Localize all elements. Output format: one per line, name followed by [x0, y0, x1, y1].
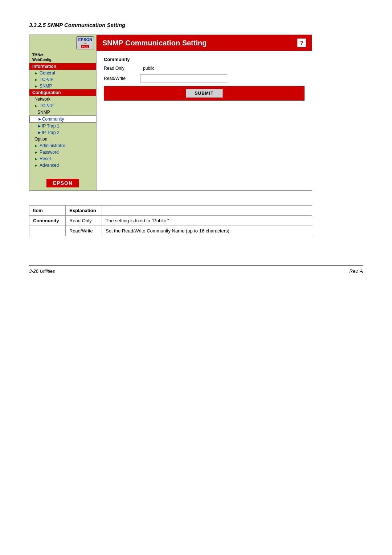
sidebar-item-password-label: Password: [40, 150, 59, 155]
community-section-title: Community: [104, 57, 305, 62]
table-cell-item-2: [29, 226, 66, 236]
sidebar-item-iptrap1-label: IP Trap 1: [42, 123, 59, 129]
sidebar-item-iptrap2[interactable]: ► IP Trap 2: [29, 129, 96, 136]
sidebar-item-general-label: General: [40, 70, 55, 76]
submit-button[interactable]: SUBMIT: [186, 89, 223, 98]
sidebar-item-password[interactable]: ► Password: [29, 149, 96, 155]
sidebar-item-community[interactable]: ► Community: [29, 116, 96, 123]
read-only-label: Read Only: [104, 66, 140, 71]
sidebar-item-tcpip-label: TCP/IP: [40, 103, 54, 108]
table-header-item: Item: [29, 206, 66, 216]
main-body: Community Read Only public Read/Write SU…: [97, 51, 312, 106]
sidebar-item-tcpip-info-label: TCP/IP: [40, 77, 54, 82]
read-write-row: Read/Write: [104, 74, 305, 82]
main-content: SNMP Communication Setting ? Community R…: [97, 35, 312, 190]
arrow-icon: ►: [34, 84, 38, 88]
help-icon[interactable]: ?: [297, 39, 306, 47]
arrow-icon: ►: [37, 130, 42, 135]
sidebar-item-tcpip-info[interactable]: ► TCP/IP: [29, 76, 96, 83]
epson-bottom-button[interactable]: EPSON: [46, 179, 79, 187]
table-section: Item Explanation Community Read Only The…: [29, 205, 312, 236]
table-header-desc: [102, 206, 312, 216]
sidebar-item-advanced-label: Advanced: [40, 163, 59, 168]
sidebar-item-reset[interactable]: ► Reset: [29, 155, 96, 162]
table-header-row: Item Explanation: [29, 206, 312, 216]
arrow-icon: ►: [34, 78, 38, 82]
read-write-label: Read/Write: [104, 76, 140, 81]
snmp-sub-label: SNMP: [29, 109, 96, 116]
sidebar-header: TMNet WebConfig.: [29, 50, 96, 63]
epson-logo-box: EPSON for POS: [76, 36, 94, 49]
option-label: Option: [29, 136, 96, 142]
section-title: 3.3.2.5 SNMP Communication Setting: [29, 22, 363, 28]
sidebar-item-reset-label: Reset: [40, 156, 51, 161]
sidebar-item-advanced[interactable]: ► Advanced: [29, 162, 96, 169]
arrow-icon: ►: [38, 117, 42, 122]
logo-container: EPSON for POS: [29, 35, 96, 50]
sidebar-item-snmp-info-label: SNMP: [40, 84, 52, 89]
table-row: Community Read Only The setting is fixed…: [29, 216, 312, 226]
ui-panel: EPSON for POS TMNet WebConfig. Informati…: [29, 35, 312, 191]
sidebar-item-administrator[interactable]: ► Administrator: [29, 142, 96, 149]
main-title: SNMP Communication Setting: [102, 39, 207, 47]
sidebar-item-iptrap2-label: IP Trap 2: [42, 130, 59, 135]
table-cell-desc-1: The setting is fixed to "Public.": [102, 216, 312, 226]
footer-left: 3-26 Utilities: [29, 268, 55, 274]
arrow-icon: ►: [34, 104, 38, 108]
read-write-input[interactable]: [140, 74, 227, 82]
table-row: Read/Write Set the Read/Write Community …: [29, 226, 312, 236]
arrow-icon: ►: [34, 157, 38, 161]
tmnet-label: TMNet: [32, 53, 44, 57]
info-table: Item Explanation Community Read Only The…: [29, 205, 312, 236]
sidebar-item-snmp-info[interactable]: ► SNMP: [29, 83, 96, 89]
sidebar-item-general[interactable]: ► General: [29, 70, 96, 76]
table-header-explanation: Explanation: [66, 206, 102, 216]
read-only-value: public: [143, 66, 154, 71]
arrow-icon: ►: [34, 163, 38, 167]
footer-right: Rev. A: [349, 268, 363, 274]
configuration-label: Configuration: [29, 89, 96, 96]
table-cell-exp-1: Read Only: [66, 216, 102, 226]
submit-bar: SUBMIT: [104, 86, 305, 101]
read-only-row: Read Only public: [104, 66, 305, 71]
logo-epson-text: EPSON: [78, 37, 92, 42]
main-header: SNMP Communication Setting ?: [97, 35, 312, 51]
table-cell-exp-2: Read/Write: [66, 226, 102, 236]
sidebar: EPSON for POS TMNet WebConfig. Informati…: [29, 35, 97, 190]
sidebar-item-community-label: Community: [42, 117, 64, 122]
information-label: Information: [29, 63, 96, 70]
logo-pos-text: POS: [81, 45, 89, 48]
webconfig-label: WebConfig.: [32, 58, 52, 62]
arrow-icon: ►: [34, 144, 38, 148]
arrow-icon: ►: [34, 150, 38, 154]
sidebar-item-tcpip-config[interactable]: ► TCP/IP: [29, 102, 96, 109]
table-cell-desc-2: Set the Read/Write Community Name (up to…: [102, 226, 312, 236]
network-label: Network: [29, 96, 96, 102]
arrow-icon: ►: [37, 123, 42, 129]
arrow-icon: ►: [34, 71, 38, 75]
page-footer: 3-26 Utilities Rev. A: [29, 265, 363, 274]
sidebar-bottom: EPSON: [29, 176, 96, 190]
sidebar-item-iptrap1[interactable]: ► IP Trap 1: [29, 123, 96, 129]
table-cell-item-1: Community: [29, 216, 66, 226]
logo-for-text: for: [83, 42, 87, 45]
sidebar-item-admin-label: Administrator: [40, 143, 65, 148]
